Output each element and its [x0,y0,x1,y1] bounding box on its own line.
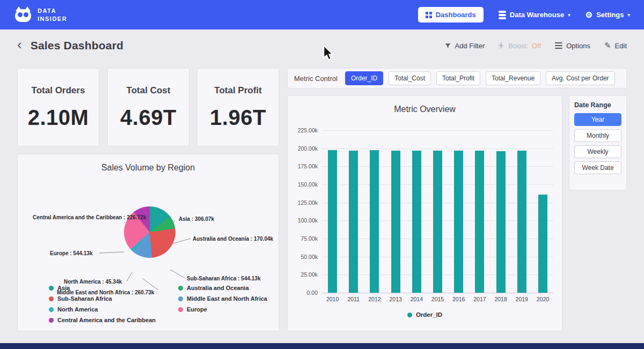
bar-chart-card: Metric Overview 225.00k200.00k175.00k150… [287,95,562,331]
bar[interactable] [538,195,547,293]
date-range-weekly-button[interactable]: Weekly [574,145,621,158]
add-filter-button[interactable]: Add Filter [444,42,485,50]
kpi-card-total-orders: Total Orders 2.10M [17,68,99,146]
pie-legend-item[interactable]: Asia [49,285,156,291]
pie-label-north-america: North America : 45.34k [64,279,122,285]
bar-cell [364,130,385,293]
gridline [322,293,553,293]
y-tick-label: 100.00k [298,217,318,224]
x-tick-label: 2014 [406,296,427,302]
metric-control-bar: Metric Control Order_ID Total_Cost Total… [287,68,627,88]
nav-dashboards-label: Dashboards [436,11,476,19]
topbar: DATA INSIDER Dashboards Data Warehouse ▾… [0,0,644,29]
bar[interactable] [370,150,379,293]
bar-cell [343,130,364,293]
kpi-card-total-profit: Total Profit 1.96T [197,68,279,146]
bar-bars [322,130,553,293]
bar-legend-dot [407,313,412,317]
pie-legend-item[interactable]: Middle East and North Africa [178,295,267,302]
pie-legend-item[interactable]: North America [49,306,156,313]
boost-value: Off [532,42,541,50]
legend-label: Australia and Oceania [187,285,249,291]
date-range-week-date-button[interactable]: Week Date [574,161,621,174]
y-tick-label: 25.00k [301,271,318,278]
legend-dot-icon [49,307,54,312]
bar-cell [427,130,448,293]
page-header: ‹ Sales Dashboard Add Filter Boost: Off … [0,29,644,62]
kpi-value: 2.10M [28,106,89,130]
y-tick-label: 125.00k [298,199,318,206]
legend-dot-icon [49,318,54,323]
back-button[interactable]: ‹ [17,38,22,54]
bar[interactable] [391,151,400,293]
owl-logo-icon [14,7,32,23]
bar[interactable] [454,151,463,293]
pie-legend-item[interactable]: Europe [178,306,267,313]
metric-button-total-cost[interactable]: Total_Cost [389,71,431,85]
pie-legend: AsiaSub-Saharan AfricaNorth AmericaCentr… [49,285,267,323]
footer-bar [0,343,644,349]
pie-chart-title: Sales Volume by Region [18,154,279,173]
nav-data-warehouse-label: Data Warehouse [510,11,564,19]
legend-dot-icon [178,307,183,312]
bar-cell [406,130,427,293]
x-tick-label: 2011 [343,296,364,302]
x-tick-label: 2016 [448,296,469,302]
x-tick-label: 2018 [491,296,511,302]
metric-button-total-revenue[interactable]: Total_Revenue [486,71,540,85]
bar[interactable] [475,151,484,293]
legend-label: Central America and the Caribbean [57,317,156,323]
options-button[interactable]: Options [555,42,590,50]
chevron-down-icon: ▾ [568,12,570,18]
metric-button-avg-cost[interactable]: Avg. Cost per Order [546,71,615,85]
pencil-icon: ✎ [604,41,611,50]
date-range-monthly-button[interactable]: Monthly [574,129,621,142]
bar[interactable] [328,150,337,293]
boost-toggle[interactable]: Boost: Off [499,42,541,50]
kpi-card-total-cost: Total Cost 4.69T [107,68,189,146]
nav-dashboards-button[interactable]: Dashboards [418,7,484,23]
date-range-year-button[interactable]: Year [574,113,621,126]
brand-line1: DATA [38,7,67,14]
gear-icon: ⚙ [586,11,592,19]
metric-button-total-profit[interactable]: Total_Profit [436,71,480,85]
bar-plot-area: 225.00k200.00k175.00k150.00k125.00k100.0… [322,130,553,293]
dashboards-grid-icon [426,12,432,18]
date-range-card: Date Range Year Monthly Weekly Week Date [569,95,627,190]
list-icon [555,42,562,49]
bar[interactable] [349,151,358,293]
edit-button[interactable]: ✎ Edit [604,41,627,50]
top-navigation: Dashboards Data Warehouse ▾ ⚙ Settings ▾ [418,7,630,23]
bar-cell [511,130,532,293]
pie-legend-item[interactable]: Sub-Saharan Africa [49,295,156,302]
bar-legend[interactable]: Order_ID [288,311,562,318]
legend-label: Asia [57,285,70,291]
pie-label-australia: Australia and Oceania : 170.04k [193,236,273,242]
bar[interactable] [496,151,506,293]
bar-cell [532,130,553,293]
nav-data-warehouse[interactable]: Data Warehouse ▾ [499,11,570,19]
bar[interactable] [412,151,421,293]
edit-label: Edit [615,42,627,50]
bar-cell [448,130,469,293]
y-tick-label: 225.00k [298,127,318,133]
pie-legend-item[interactable]: Central America and the Caribbean [49,317,156,323]
nav-settings[interactable]: ⚙ Settings ▾ [586,11,630,19]
brand-line2: INSIDER [38,15,67,23]
bar[interactable] [433,151,442,293]
database-icon [499,11,506,19]
boost-label: Boost: [508,42,528,50]
bar-cell [469,130,490,293]
chevron-down-icon: ▾ [627,12,630,18]
metric-button-order-id[interactable]: Order_ID [345,71,383,85]
y-tick-label: 50.00k [301,254,318,260]
pie-legend-item[interactable]: Australia and Oceania [178,285,267,291]
add-filter-label: Add Filter [455,42,485,50]
kpi-label: Total Cost [127,85,171,96]
y-tick-label: 200.00k [298,145,318,152]
y-tick-label: 175.00k [298,163,318,169]
bar[interactable] [517,151,526,293]
pie-chart-area: Asia : 306.07k Australia and Oceania : 1… [18,176,280,280]
options-label: Options [566,42,590,50]
date-range-title: Date Range [574,101,621,109]
